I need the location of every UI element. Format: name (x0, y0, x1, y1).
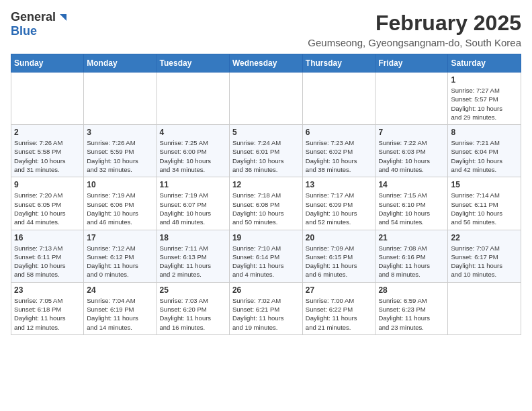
cell-info-text: Sunrise: 7:17 AM Sunset: 6:09 PM Dayligh… (306, 191, 373, 226)
calendar-cell (229, 73, 302, 125)
cell-day-number: 27 (306, 285, 373, 295)
calendar-cell (84, 73, 157, 125)
calendar-cell (375, 73, 448, 125)
calendar-week-row: 23Sunrise: 7:05 AM Sunset: 6:18 PM Dayli… (11, 282, 521, 334)
calendar-cell: 6Sunrise: 7:23 AM Sunset: 6:02 PM Daylig… (302, 125, 375, 177)
calendar-week-row: 1Sunrise: 7:27 AM Sunset: 5:57 PM Daylig… (11, 73, 521, 125)
cell-day-number: 16 (14, 233, 81, 242)
cell-info-text: Sunrise: 7:22 AM Sunset: 6:03 PM Dayligh… (378, 138, 445, 174)
calendar-cell: 11Sunrise: 7:19 AM Sunset: 6:07 PM Dayli… (157, 177, 229, 230)
cell-day-number: 5 (232, 128, 300, 137)
cell-day-number: 9 (14, 180, 81, 189)
calendar-cell: 10Sunrise: 7:19 AM Sunset: 6:06 PM Dayli… (84, 177, 157, 230)
calendar-cell: 27Sunrise: 7:00 AM Sunset: 6:22 PM Dayli… (302, 282, 375, 334)
cell-info-text: Sunrise: 7:24 AM Sunset: 6:01 PM Dayligh… (232, 138, 300, 174)
calendar-cell: 18Sunrise: 7:11 AM Sunset: 6:13 PM Dayli… (157, 230, 229, 282)
calendar-cell: 1Sunrise: 7:27 AM Sunset: 5:57 PM Daylig… (448, 73, 521, 125)
cell-day-number: 26 (232, 285, 300, 295)
cell-info-text: Sunrise: 7:14 AM Sunset: 6:11 PM Dayligh… (451, 191, 518, 226)
calendar-cell: 19Sunrise: 7:10 AM Sunset: 6:14 PM Dayli… (229, 230, 302, 282)
calendar-cell: 14Sunrise: 7:15 AM Sunset: 6:10 PM Dayli… (375, 177, 448, 230)
logo: General Blue (11, 11, 69, 38)
cell-info-text: Sunrise: 7:23 AM Sunset: 6:02 PM Dayligh… (306, 138, 373, 174)
cell-info-text: Sunrise: 7:19 AM Sunset: 6:07 PM Dayligh… (160, 191, 226, 226)
cell-info-text: Sunrise: 7:19 AM Sunset: 6:06 PM Dayligh… (87, 191, 153, 226)
calendar-cell: 16Sunrise: 7:13 AM Sunset: 6:11 PM Dayli… (11, 230, 84, 282)
logo-general: General (11, 11, 56, 24)
subtitle: Geumseong, Gyeongsangnam-do, South Korea (308, 37, 521, 48)
cell-info-text: Sunrise: 7:00 AM Sunset: 6:22 PM Dayligh… (306, 296, 373, 332)
calendar-header-saturday: Saturday (448, 54, 521, 73)
cell-info-text: Sunrise: 7:20 AM Sunset: 6:05 PM Dayligh… (14, 191, 81, 226)
cell-info-text: Sunrise: 7:21 AM Sunset: 6:04 PM Dayligh… (451, 138, 518, 174)
cell-day-number: 20 (306, 233, 373, 242)
cell-day-number: 28 (378, 285, 445, 295)
cell-info-text: Sunrise: 7:08 AM Sunset: 6:16 PM Dayligh… (378, 244, 445, 279)
cell-day-number: 1 (451, 75, 518, 85)
cell-info-text: Sunrise: 7:15 AM Sunset: 6:10 PM Dayligh… (378, 191, 445, 226)
calendar-cell: 8Sunrise: 7:21 AM Sunset: 6:04 PM Daylig… (448, 125, 521, 177)
cell-day-number: 25 (160, 285, 226, 295)
calendar-cell: 5Sunrise: 7:24 AM Sunset: 6:01 PM Daylig… (229, 125, 302, 177)
calendar-cell: 12Sunrise: 7:18 AM Sunset: 6:08 PM Dayli… (229, 177, 302, 230)
calendar-cell: 17Sunrise: 7:12 AM Sunset: 6:12 PM Dayli… (84, 230, 157, 282)
cell-day-number: 7 (378, 128, 445, 137)
cell-day-number: 23 (14, 285, 81, 295)
logo-blue: Blue (11, 24, 37, 38)
cell-info-text: Sunrise: 7:10 AM Sunset: 6:14 PM Dayligh… (232, 244, 300, 279)
calendar-cell: 25Sunrise: 7:03 AM Sunset: 6:20 PM Dayli… (157, 282, 229, 334)
cell-day-number: 22 (451, 233, 518, 242)
calendar-header-tuesday: Tuesday (157, 54, 229, 73)
calendar-cell (11, 73, 84, 125)
cell-info-text: Sunrise: 6:59 AM Sunset: 6:23 PM Dayligh… (378, 296, 445, 332)
calendar-cell: 28Sunrise: 6:59 AM Sunset: 6:23 PM Dayli… (375, 282, 448, 334)
calendar: SundayMondayTuesdayWednesdayThursdayFrid… (11, 54, 521, 335)
calendar-cell: 4Sunrise: 7:25 AM Sunset: 6:00 PM Daylig… (157, 125, 229, 177)
calendar-header-monday: Monday (84, 54, 157, 73)
cell-info-text: Sunrise: 7:03 AM Sunset: 6:20 PM Dayligh… (160, 296, 226, 332)
calendar-cell: 22Sunrise: 7:07 AM Sunset: 6:17 PM Dayli… (448, 230, 521, 282)
cell-info-text: Sunrise: 7:11 AM Sunset: 6:13 PM Dayligh… (160, 244, 226, 279)
svg-marker-0 (60, 14, 66, 21)
calendar-cell: 3Sunrise: 7:26 AM Sunset: 5:59 PM Daylig… (84, 125, 157, 177)
cell-info-text: Sunrise: 7:09 AM Sunset: 6:15 PM Dayligh… (306, 244, 373, 279)
cell-day-number: 15 (451, 180, 518, 189)
cell-day-number: 18 (160, 233, 226, 242)
calendar-cell: 9Sunrise: 7:20 AM Sunset: 6:05 PM Daylig… (11, 177, 84, 230)
calendar-cell (448, 282, 521, 334)
cell-day-number: 12 (232, 180, 300, 189)
calendar-cell: 26Sunrise: 7:02 AM Sunset: 6:21 PM Dayli… (229, 282, 302, 334)
calendar-cell: 20Sunrise: 7:09 AM Sunset: 6:15 PM Dayli… (302, 230, 375, 282)
cell-info-text: Sunrise: 7:25 AM Sunset: 6:00 PM Dayligh… (160, 138, 226, 174)
calendar-week-row: 16Sunrise: 7:13 AM Sunset: 6:11 PM Dayli… (11, 230, 521, 282)
calendar-cell: 21Sunrise: 7:08 AM Sunset: 6:16 PM Dayli… (375, 230, 448, 282)
calendar-cell: 13Sunrise: 7:17 AM Sunset: 6:09 PM Dayli… (302, 177, 375, 230)
calendar-cell: 23Sunrise: 7:05 AM Sunset: 6:18 PM Dayli… (11, 282, 84, 334)
cell-day-number: 24 (87, 285, 153, 295)
logo-arrow-icon (57, 11, 69, 24)
cell-day-number: 10 (87, 180, 153, 189)
calendar-cell: 2Sunrise: 7:26 AM Sunset: 5:58 PM Daylig… (11, 125, 84, 177)
cell-day-number: 3 (87, 128, 153, 137)
cell-day-number: 14 (378, 180, 445, 189)
cell-day-number: 17 (87, 233, 153, 242)
cell-day-number: 6 (306, 128, 373, 137)
cell-info-text: Sunrise: 7:18 AM Sunset: 6:08 PM Dayligh… (232, 191, 300, 226)
calendar-cell: 15Sunrise: 7:14 AM Sunset: 6:11 PM Dayli… (448, 177, 521, 230)
cell-info-text: Sunrise: 7:05 AM Sunset: 6:18 PM Dayligh… (14, 296, 81, 332)
title-area: February 2025 Geumseong, Gyeongsangnam-d… (308, 11, 521, 48)
calendar-week-row: 2Sunrise: 7:26 AM Sunset: 5:58 PM Daylig… (11, 125, 521, 177)
calendar-week-row: 9Sunrise: 7:20 AM Sunset: 6:05 PM Daylig… (11, 177, 521, 230)
calendar-cell: 7Sunrise: 7:22 AM Sunset: 6:03 PM Daylig… (375, 125, 448, 177)
calendar-header-row: SundayMondayTuesdayWednesdayThursdayFrid… (11, 54, 521, 73)
cell-info-text: Sunrise: 7:26 AM Sunset: 5:58 PM Dayligh… (14, 138, 81, 174)
calendar-cell (157, 73, 229, 125)
cell-day-number: 4 (160, 128, 226, 137)
calendar-header-wednesday: Wednesday (229, 54, 302, 73)
calendar-header-friday: Friday (375, 54, 448, 73)
cell-day-number: 11 (160, 180, 226, 189)
cell-info-text: Sunrise: 7:07 AM Sunset: 6:17 PM Dayligh… (451, 244, 518, 279)
cell-info-text: Sunrise: 7:13 AM Sunset: 6:11 PM Dayligh… (14, 244, 81, 279)
cell-info-text: Sunrise: 7:04 AM Sunset: 6:19 PM Dayligh… (87, 296, 153, 332)
calendar-header-thursday: Thursday (302, 54, 375, 73)
